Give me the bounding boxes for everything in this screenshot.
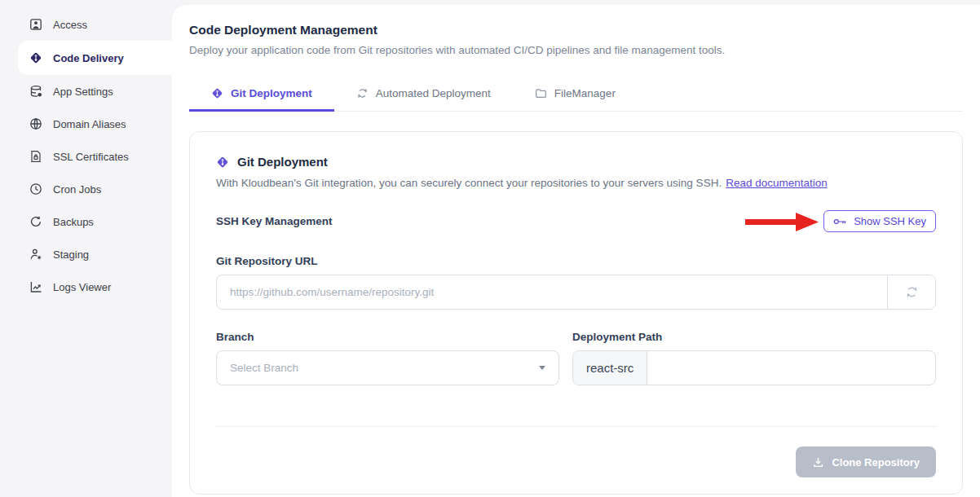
refresh-icon: [356, 87, 369, 99]
clock-icon: [29, 183, 42, 196]
branch-select-value: Select Branch: [230, 362, 298, 374]
show-ssh-key-label: Show SSH Key: [854, 215, 926, 227]
divider: [216, 426, 936, 427]
sidebar-item-code-delivery[interactable]: Code Delivery: [18, 41, 172, 75]
refresh-icon: [905, 285, 919, 299]
tab-label: Automated Deployment: [376, 87, 491, 99]
sidebar-item-access[interactable]: Access: [0, 8, 172, 41]
sidebar-item-label: Code Delivery: [53, 52, 124, 64]
tab-git-deployment[interactable]: Git Deployment: [189, 77, 334, 112]
chevron-down-icon: [539, 366, 545, 370]
deployment-path-input[interactable]: [647, 351, 935, 385]
sidebar-item-label: Access: [53, 19, 87, 31]
chart-line-icon: [29, 280, 42, 293]
page-subtitle: Deploy your application code from Git re…: [189, 44, 963, 56]
person-gear-icon: [29, 248, 42, 261]
card-title: Git Deployment: [237, 155, 328, 169]
git-repository-url-label: Git Repository URL: [216, 255, 936, 267]
clone-repository-button[interactable]: Clone Repository: [796, 446, 936, 477]
ssh-key-row: SSH Key Management Show SSH Key: [216, 210, 936, 232]
tab-label: Git Deployment: [231, 87, 312, 99]
sidebar-item-ssl-certificates[interactable]: SSL Certificates: [0, 140, 172, 173]
deployment-path-prefix: react-src: [573, 351, 647, 385]
certificate-lock-icon: [29, 150, 42, 163]
page-title: Code Deployment Management: [189, 23, 963, 37]
branch-label: Branch: [216, 331, 559, 343]
sidebar-item-staging[interactable]: Staging: [0, 238, 172, 270]
ssh-key-management-label: SSH Key Management: [216, 215, 333, 227]
refresh-branches-button[interactable]: [887, 275, 935, 309]
branch-field: Branch Select Branch: [216, 331, 559, 385]
git-deployment-card: Git Deployment With Kloudbean's Git inte…: [189, 131, 963, 495]
card-footer: Clone Repository: [216, 446, 936, 477]
rotate-icon: [29, 215, 42, 228]
git-icon: [211, 87, 223, 99]
person-badge-icon: [29, 18, 42, 31]
card-header: Git Deployment: [216, 155, 936, 169]
show-ssh-key-button[interactable]: Show SSH Key: [823, 210, 936, 232]
tab-label: FileManager: [554, 87, 616, 99]
tab-filemanager[interactable]: FileManager: [513, 77, 638, 112]
sidebar-item-domain-aliases[interactable]: Domain Aliases: [0, 108, 172, 140]
git-repository-url-input[interactable]: [217, 275, 887, 309]
deployment-path-label: Deployment Path: [572, 331, 936, 343]
sidebar-item-label: SSL Certificates: [53, 151, 129, 163]
sidebar-item-logs-viewer[interactable]: Logs Viewer: [0, 270, 172, 303]
ssh-key-actions: Show SSH Key: [745, 210, 936, 232]
tab-automated-deployment[interactable]: Automated Deployment: [334, 77, 513, 112]
sidebar-item-label: Logs Viewer: [53, 281, 111, 293]
globe-icon: [29, 117, 42, 130]
folder-icon: [535, 87, 547, 99]
sidebar-item-app-settings[interactable]: App Settings: [0, 75, 172, 108]
sidebar-item-label: Domain Aliases: [53, 118, 126, 130]
deployment-path-group: react-src: [572, 350, 936, 385]
annotation-arrow-icon: [745, 211, 819, 232]
branch-select[interactable]: Select Branch: [216, 350, 559, 385]
sidebar: Access Code Delivery App Settings Domain…: [0, 0, 172, 497]
deployment-path-field: Deployment Path react-src: [572, 331, 936, 385]
sidebar-item-label: Cron Jobs: [53, 183, 101, 196]
git-icon: [29, 51, 42, 64]
key-icon: [833, 218, 847, 226]
branch-path-row: Branch Select Branch Deployment Path rea…: [216, 331, 936, 385]
git-icon: [216, 156, 229, 169]
sidebar-item-label: Backups: [53, 216, 94, 228]
clone-repository-label: Clone Repository: [832, 456, 920, 468]
git-repository-url-group: [216, 275, 936, 310]
download-icon: [812, 456, 824, 468]
read-documentation-link[interactable]: Read documentation: [726, 177, 828, 189]
main-panel: Code Deployment Management Deploy your a…: [172, 5, 980, 497]
tab-bar: Git Deployment Automated Deployment File…: [189, 77, 963, 112]
database-icon: [29, 85, 42, 98]
sidebar-item-cron-jobs[interactable]: Cron Jobs: [0, 173, 172, 205]
sidebar-item-backups[interactable]: Backups: [0, 205, 172, 238]
card-description-text: With Kloudbean's Git integration, you ca…: [216, 177, 722, 189]
sidebar-item-label: Staging: [53, 248, 89, 261]
sidebar-item-label: App Settings: [53, 86, 113, 98]
card-description: With Kloudbean's Git integration, you ca…: [216, 177, 936, 189]
